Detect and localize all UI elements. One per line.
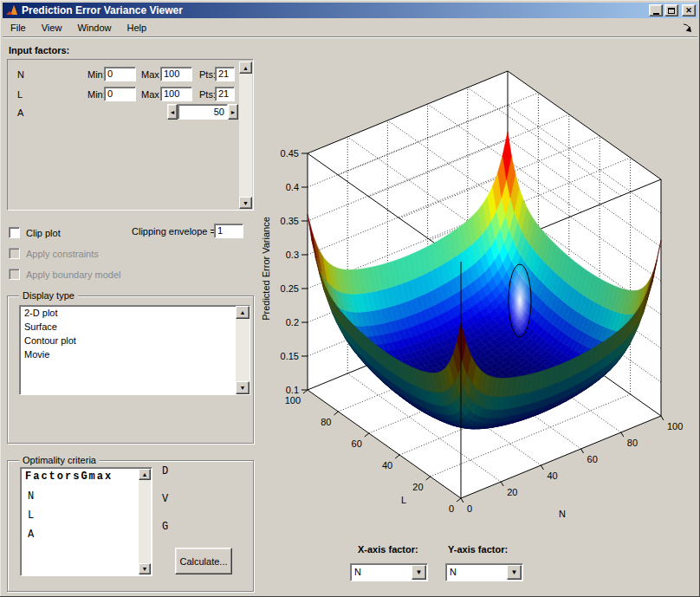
window: Prediction Error Variance Viewer ✕ File …: [0, 0, 700, 597]
x-axis-factor-combo[interactable]: N ▼: [350, 563, 428, 581]
axes-ticks-labels: 0.10.150.20.250.30.350.40.45020406080100…: [261, 148, 683, 519]
close-icon: ✕: [685, 7, 692, 15]
apply-boundary-checkbox: [9, 269, 20, 280]
surface-mesh: [308, 132, 661, 429]
slider-left-arrow[interactable]: ◄: [167, 104, 178, 120]
maximize-icon: [668, 8, 675, 14]
min-field-l[interactable]: 0: [104, 87, 136, 101]
svg-text:0.2: 0.2: [286, 317, 299, 328]
menu-item-window[interactable]: Window: [69, 20, 119, 36]
down-arrow-icon: ▼: [142, 566, 148, 572]
app-icon: [5, 4, 18, 16]
svg-text:0.35: 0.35: [281, 216, 299, 226]
min-field-n[interactable]: 0: [104, 67, 136, 81]
apply-boundary-label: Apply boundary model: [26, 269, 120, 280]
listbox-item-contour-plot[interactable]: Contour plot: [24, 335, 76, 346]
criterion-g-label: G: [162, 521, 168, 533]
chevron-down-icon: ▼: [416, 568, 423, 576]
apply-constraints-label: Apply constraints: [26, 249, 99, 259]
max-label: Max: [141, 69, 159, 80]
svg-text:80: 80: [321, 417, 331, 427]
combo-arrow[interactable]: ▼: [507, 565, 522, 580]
input-factors-panel: [7, 59, 254, 211]
y-axis-factor-combo[interactable]: N ▼: [445, 563, 523, 581]
menu-item-file[interactable]: File: [3, 20, 34, 36]
slider-right-arrow[interactable]: ►: [228, 104, 238, 120]
optimality-item-l[interactable]: L: [28, 509, 34, 522]
svg-text:80: 80: [627, 438, 638, 448]
y-axis-factor-label: Y-axis factor:: [448, 544, 508, 555]
scroll-down-arrow[interactable]: ▼: [239, 197, 252, 209]
pts-field-n[interactable]: 21: [215, 67, 235, 81]
clip-plot-label: Clip plot: [26, 228, 61, 238]
apply-constraints-checkbox: [9, 248, 20, 259]
svg-text:100: 100: [667, 421, 683, 432]
down-arrow-icon: ▼: [243, 200, 249, 206]
scroll-down-arrow[interactable]: ▼: [139, 563, 151, 574]
svg-text:0: 0: [467, 503, 472, 514]
menu-item-view[interactable]: View: [34, 20, 70, 36]
down-arrow-icon: ▼: [240, 385, 246, 391]
svg-text:0: 0: [449, 503, 454, 514]
input-panel-scrollbar[interactable]: [239, 62, 252, 209]
title-bar: Prediction Error Variance Viewer ✕: [3, 3, 697, 18]
pts-field-l[interactable]: 21: [215, 87, 235, 101]
svg-text:40: 40: [547, 470, 557, 481]
axes-grid: [308, 88, 661, 482]
factor-a-slider-value[interactable]: 50: [178, 104, 228, 120]
input-factors-label: Input factors:: [9, 45, 69, 55]
dock-arrow-icon[interactable]: [682, 23, 693, 34]
min-label: Min:: [88, 89, 106, 100]
svg-text:60: 60: [587, 454, 598, 464]
window-title: Prediction Error Variance Viewer: [22, 4, 183, 16]
menu-bar: File View Window Help: [3, 18, 697, 37]
criterion-v-label: V: [162, 493, 168, 505]
scroll-down-arrow[interactable]: ▼: [236, 381, 250, 394]
svg-text:20: 20: [412, 482, 423, 492]
factor-name: L: [17, 89, 23, 100]
optimality-item-n[interactable]: N: [28, 490, 34, 503]
up-arrow-icon: ▲: [142, 471, 148, 477]
max-field-n[interactable]: 100: [160, 67, 192, 81]
combo-arrow[interactable]: ▼: [412, 565, 426, 580]
maximize-button[interactable]: [664, 4, 678, 16]
scroll-up-arrow[interactable]: ▲: [239, 62, 252, 74]
svg-text:0.15: 0.15: [281, 351, 299, 361]
chevron-down-icon: ▼: [511, 568, 518, 576]
factor-name: A: [17, 107, 23, 118]
svg-text:60: 60: [352, 438, 362, 449]
scroll-up-arrow[interactable]: ▲: [139, 469, 151, 480]
factor-name: N: [17, 69, 24, 80]
scroll-up-arrow[interactable]: ▲: [236, 306, 250, 319]
menu-item-help[interactable]: Help: [120, 20, 155, 36]
listbox-item-2d-plot[interactable]: 2-D plot: [24, 308, 58, 318]
clip-plot-checkbox[interactable]: [9, 227, 20, 238]
min-label: Min:: [88, 69, 106, 80]
optimality-scrollbar[interactable]: [139, 469, 151, 574]
display-type-legend: Display type: [19, 290, 78, 301]
listbox-item-surface[interactable]: Surface: [24, 321, 57, 332]
svg-text:100: 100: [285, 395, 301, 406]
close-button[interactable]: ✕: [682, 4, 696, 16]
clipping-envelope-field[interactable]: 1: [214, 224, 243, 238]
svg-text:0.25: 0.25: [281, 283, 299, 294]
max-field-l[interactable]: 100: [160, 87, 192, 101]
up-arrow-icon: ▲: [243, 65, 249, 71]
svg-text:0.1: 0.1: [286, 385, 299, 395]
svg-text:N: N: [559, 509, 566, 519]
optimality-legend: Optimality criteria: [19, 455, 100, 465]
minimize-button[interactable]: [649, 4, 663, 16]
minimize-icon: [653, 13, 659, 15]
svg-text:L: L: [401, 495, 406, 505]
listbox-item-movie[interactable]: Movie: [24, 349, 49, 360]
display-type-listbox: [19, 305, 250, 395]
criterion-d-label: D: [162, 465, 168, 477]
pts-label: Pts:: [199, 69, 216, 80]
svg-text:0.45: 0.45: [281, 148, 299, 159]
optimality-listbox: [20, 467, 152, 576]
svg-text:40: 40: [382, 460, 392, 470]
up-arrow-icon: ▲: [240, 309, 246, 315]
optimality-item-a[interactable]: A: [28, 529, 34, 541]
combo-value: N: [450, 567, 457, 577]
calculate-button[interactable]: Calculate...: [175, 548, 232, 574]
